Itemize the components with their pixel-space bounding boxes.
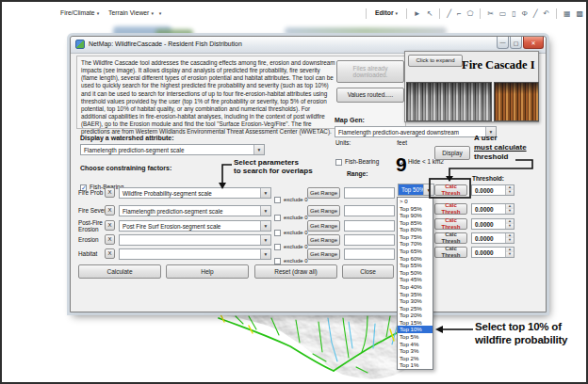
maximize-icon: ▢ (514, 40, 519, 46)
percentile-option[interactable]: Top 70% (398, 240, 433, 248)
get-range-button[interactable]: Get Range (307, 187, 340, 199)
remove-x-label: X (107, 222, 111, 229)
help-button[interactable]: Help (166, 264, 249, 279)
minimize-button[interactable]: — (497, 37, 509, 49)
percentile-option[interactable]: Top 95% (398, 205, 433, 213)
fish-bearing-display-label: Fish-Bearing (345, 158, 379, 165)
factor-attribute-value (120, 235, 260, 245)
percentile-option[interactable]: Top 25% (398, 305, 433, 312)
percentile-option[interactable]: Top 30% (398, 297, 433, 305)
spinner-arrows-icon[interactable]: ▲▼ (505, 219, 514, 229)
threshold-spinbox[interactable]: 0.0000▲▼ (471, 247, 514, 258)
percentile-option[interactable]: Top 40% (398, 283, 433, 291)
calculate-label: Calculate (106, 268, 132, 275)
range-field[interactable] (344, 220, 395, 232)
chevron-down-icon[interactable] (260, 188, 270, 198)
remove-factor-button[interactable]: X (105, 187, 115, 198)
factor-attribute-dropdown[interactable] (119, 248, 271, 260)
click-to-expand-button[interactable]: Click to expand (408, 55, 463, 67)
threshold-spinbox[interactable]: 0.0000▲▼ (471, 203, 514, 215)
remove-factor-button[interactable]: X (105, 205, 115, 216)
get-range-button[interactable]: Get Range (307, 205, 340, 216)
percentile-option[interactable]: > 0 (398, 198, 433, 205)
maximize-button[interactable]: ▢ (510, 37, 522, 49)
annotation-line: threshold (474, 152, 527, 162)
watershed-attribute-dropdown[interactable]: Flamelength prediction-segment scale (80, 144, 265, 155)
get-range-button[interactable]: Get Range (307, 220, 340, 232)
percentile-option[interactable]: Top 1% (398, 361, 433, 369)
remove-factor-button[interactable]: X (105, 234, 115, 245)
percentile-selected-value: Top 50% (399, 184, 423, 195)
get-range-button[interactable]: Get Range (307, 248, 340, 260)
annotation-line: wildfire probability (475, 334, 567, 347)
exclude-zero-checkbox[interactable]: exclude 0 (274, 189, 308, 206)
percentile-option[interactable]: Top 85% (398, 219, 433, 227)
calculate-button[interactable]: Calculate (78, 264, 161, 279)
calc-thresh-button[interactable]: Calc Thresh (434, 232, 467, 244)
chevron-down-icon[interactable] (253, 145, 264, 154)
spinner-arrows-icon[interactable]: ▲▼ (505, 248, 514, 257)
range-field[interactable] (344, 187, 395, 199)
checkbox-unchecked[interactable] (274, 258, 281, 264)
range-field[interactable] (344, 205, 395, 216)
checkbox-unchecked[interactable] (335, 159, 342, 166)
display-button[interactable]: Display (434, 146, 470, 160)
remove-factor-button[interactable]: X (105, 248, 115, 259)
spinner-arrows-icon[interactable]: ▲▼ (505, 204, 514, 214)
checkbox-unchecked[interactable] (274, 197, 281, 203)
spinner-arrows-icon[interactable]: ▲▼ (505, 185, 514, 195)
annotation-line: A user (474, 134, 527, 143)
get-range-label: Get Range (310, 251, 337, 258)
values-routed-button[interactable]: Values routed..... (336, 88, 404, 103)
percentile-option[interactable]: Top 4% (398, 341, 433, 348)
percentile-option[interactable]: Top 45% (398, 276, 433, 283)
factor-attribute-dropdown[interactable]: Wildfire Probability-segment scale (119, 187, 271, 199)
range-field[interactable] (344, 248, 395, 260)
calc-thresh-button[interactable]: Calc Thresh (434, 218, 467, 230)
chevron-down-icon[interactable] (260, 206, 270, 216)
chevron-down-icon[interactable] (260, 235, 270, 245)
threshold-spinbox[interactable]: 0.0000▲▼ (471, 184, 514, 196)
percentile-option[interactable]: Top 90% (398, 212, 433, 219)
annotation-select-top10: Select top 10% of wildfire probability (475, 321, 567, 346)
click-to-expand-label: Click to expand (416, 57, 454, 64)
percentile-option[interactable]: Top 60% (398, 255, 433, 263)
chevron-down-icon[interactable] (260, 249, 270, 259)
percentile-option[interactable]: Top 20% (398, 312, 433, 319)
percentile-option-highlighted[interactable]: Top 10% (398, 326, 433, 333)
spinner-arrows-icon[interactable]: ▲▼ (505, 233, 514, 243)
chevron-down-icon[interactable] (260, 221, 270, 231)
percentile-option[interactable]: Top 2% (398, 355, 433, 362)
percentile-combobox[interactable]: Top 50% (398, 184, 434, 196)
factor-label: Erosion (78, 236, 99, 243)
percentile-option[interactable]: Top 3% (398, 347, 433, 355)
remove-factor-button[interactable]: X (105, 220, 115, 231)
get-range-label: Get Range (310, 223, 337, 230)
dialog-title: NetMap: WildfireCascade - Resident Fish … (89, 40, 242, 47)
factor-attribute-dropdown[interactable] (119, 234, 271, 246)
calc-thresh-button[interactable]: Calc Thresh (434, 247, 467, 258)
percentile-option[interactable]: Top 55% (398, 262, 433, 269)
percentile-option[interactable]: Top 50% (398, 269, 433, 277)
percentile-option[interactable]: Top 15% (398, 319, 433, 327)
factor-attribute-dropdown[interactable]: Post Fire Surf Erosion-segment scale (119, 220, 271, 232)
map-gen-dropdown[interactable]: Flamelength prediction-averaged downstre… (335, 126, 497, 137)
threshold-spinbox[interactable]: 0.0000▲▼ (471, 218, 514, 230)
factor-attribute-dropdown[interactable]: Flamelength prediction-segment scale (119, 205, 271, 216)
percentile-option[interactable]: Top 35% (398, 291, 433, 298)
close-button[interactable]: Close (342, 264, 394, 279)
close-window-button[interactable]: ✕ (523, 37, 544, 49)
percentile-option[interactable]: Top 5% (398, 333, 433, 341)
percentile-option[interactable]: Top 80% (398, 226, 433, 233)
chevron-down-icon[interactable] (423, 184, 433, 195)
fish-bearing-display-checkbox[interactable]: Fish-Bearing (335, 152, 379, 168)
calc-thresh-button[interactable]: Calc Thresh (434, 203, 467, 215)
factor-label: Habitat (78, 250, 97, 257)
calc-thresh-button[interactable]: Calc Thresh (434, 184, 467, 196)
percentile-option[interactable]: Top 75% (398, 233, 433, 241)
range-field[interactable] (344, 234, 395, 246)
threshold-spinbox[interactable]: 0.0000▲▼ (471, 232, 514, 244)
get-range-button[interactable]: Get Range (307, 234, 340, 246)
reset-button[interactable]: Reset (draw all) (254, 264, 337, 279)
percentile-option[interactable]: Top 65% (398, 248, 433, 255)
